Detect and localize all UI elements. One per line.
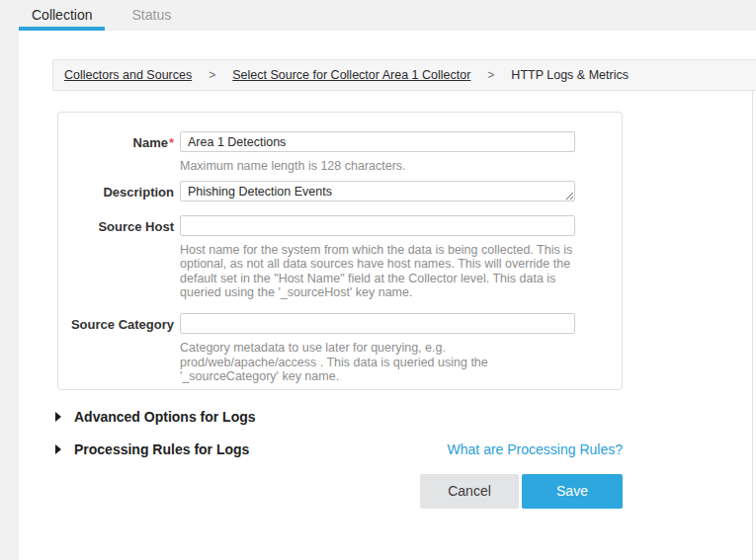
breadcrumb-collectors-and-sources[interactable]: Collectors and Sources bbox=[64, 68, 192, 82]
expand-arrow-icon bbox=[55, 412, 61, 422]
tab-collection-label: Collection bbox=[32, 7, 92, 23]
tab-status-label: Status bbox=[131, 7, 171, 23]
breadcrumb-current-page: HTTP Logs & Metrics bbox=[511, 68, 629, 82]
content-panel: Collectors and Sources > Select Source f… bbox=[19, 31, 756, 560]
what-are-processing-rules-link[interactable]: What are Processing Rules? bbox=[448, 441, 623, 457]
source-category-label: Source Category bbox=[58, 313, 174, 384]
breadcrumb-separator: > bbox=[487, 68, 494, 82]
tab-collection[interactable]: Collection bbox=[19, 0, 105, 31]
name-help-text: Maximum name length is 128 characters. bbox=[180, 159, 575, 174]
tab-status[interactable]: Status bbox=[119, 0, 184, 31]
save-button[interactable]: Save bbox=[522, 474, 623, 509]
description-textarea[interactable]: Phishing Detection Events bbox=[180, 181, 575, 201]
advanced-options-toggle[interactable]: Advanced Options for Logs bbox=[55, 409, 256, 425]
form-actions: Cancel Save bbox=[55, 474, 623, 509]
breadcrumb-separator: > bbox=[209, 68, 215, 82]
source-category-field-row: Source Category Category metadata to use… bbox=[58, 313, 622, 384]
name-field-row: Name* Maximum name length is 128 charact… bbox=[58, 131, 622, 181]
source-host-label: Source Host bbox=[58, 215, 174, 300]
source-config-form: Name* Maximum name length is 128 charact… bbox=[57, 112, 623, 390]
processing-rules-toggle[interactable]: Processing Rules for Logs bbox=[55, 441, 249, 457]
source-category-input[interactable] bbox=[180, 313, 575, 334]
description-label: Description bbox=[58, 181, 174, 201]
cancel-button[interactable]: Cancel bbox=[420, 474, 519, 509]
tab-bar: Collection Status bbox=[0, 0, 756, 31]
name-label: Name* bbox=[58, 131, 174, 181]
advanced-options-row: Advanced Options for Logs bbox=[55, 409, 623, 425]
name-input[interactable] bbox=[180, 131, 575, 152]
required-asterisk: * bbox=[169, 135, 174, 150]
expand-arrow-icon bbox=[55, 444, 61, 454]
breadcrumb: Collectors and Sources > Select Source f… bbox=[52, 59, 756, 91]
source-host-field-row: Source Host Host name for the system fro… bbox=[58, 215, 622, 300]
source-category-help-text: Category metadata to use later for query… bbox=[180, 341, 575, 384]
description-field-row: Description Phishing Detection Events bbox=[58, 181, 622, 201]
processing-rules-row: Processing Rules for Logs What are Proce… bbox=[55, 441, 623, 457]
panel-edge-divider bbox=[752, 91, 753, 560]
name-label-text: Name bbox=[133, 135, 168, 150]
advanced-options-label: Advanced Options for Logs bbox=[74, 409, 256, 425]
breadcrumb-select-source[interactable]: Select Source for Collector Area 1 Colle… bbox=[232, 68, 470, 82]
source-host-input[interactable] bbox=[180, 215, 575, 236]
processing-rules-label: Processing Rules for Logs bbox=[74, 441, 249, 457]
source-host-help-text: Host name for the system from which the … bbox=[180, 243, 575, 300]
